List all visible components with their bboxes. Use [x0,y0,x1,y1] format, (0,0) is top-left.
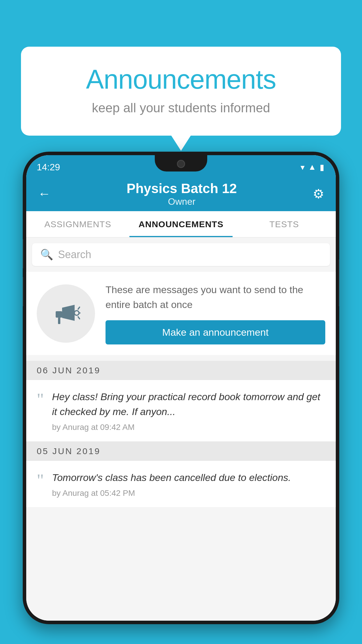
content-area: 🔍 Search [26,237,336,621]
announcement-text-2: Tomorrow's class has been cancelled due … [52,470,326,485]
speech-bubble-section: Announcements keep all your students inf… [21,47,341,136]
header-subtitle: Owner [126,196,237,207]
announcement-content-1: Hey class! Bring your practical record b… [52,389,326,432]
phone-screen: 14:29 ▾ ▲ ▮ ← Physics Batch 12 Owner ⚙ [26,155,336,621]
header-title: Physics Batch 12 [126,181,237,196]
signal-icon: ▲ [308,162,316,172]
front-camera [177,160,185,168]
search-bar[interactable]: 🔍 Search [32,243,330,266]
tab-bar: ASSIGNMENTS ANNOUNCEMENTS TESTS [26,211,336,237]
svg-marker-1 [62,305,75,321]
header-title-group: Physics Batch 12 Owner [126,181,237,207]
status-icons: ▾ ▲ ▮ [301,162,324,172]
phone-frame: 14:29 ▾ ▲ ▮ ← Physics Batch 12 Owner ⚙ [23,152,339,624]
search-icon: 🔍 [40,249,53,261]
speech-bubble-card: Announcements keep all your students inf… [21,47,341,136]
svg-point-2 [74,311,79,315]
announcement-icon-circle [37,284,95,343]
wifi-icon: ▾ [301,162,305,172]
svg-line-3 [78,307,80,309]
quote-icon-2: " [37,471,44,489]
status-time: 14:29 [37,162,60,173]
intro-right: These are messages you want to send to t… [106,282,325,344]
intro-card: These are messages you want to send to t… [26,272,336,355]
date-divider-2: 05 JUN 2019 [26,442,336,461]
announcement-item-2[interactable]: " Tomorrow's class has been cancelled du… [26,461,336,508]
announcement-content-2: Tomorrow's class has been cancelled due … [52,470,326,498]
volume-down-button[interactable] [23,277,23,306]
announcement-meta-1: by Anurag at 09:42 AM [52,423,326,432]
tab-tests[interactable]: TESTS [233,211,336,237]
megaphone-icon [51,299,80,328]
app-header: ← Physics Batch 12 Owner ⚙ [26,176,336,211]
announcement-text-1: Hey class! Bring your practical record b… [52,389,326,419]
power-button[interactable] [339,260,339,306]
settings-icon[interactable]: ⚙ [313,186,324,201]
phone-notch [155,155,207,172]
volume-up-button[interactable] [23,239,23,268]
bubble-subtitle: keep all your students informed [44,101,318,115]
back-button[interactable]: ← [38,186,51,201]
phone-mockup: 14:29 ▾ ▲ ▮ ← Physics Batch 12 Owner ⚙ [23,152,339,644]
bubble-title: Announcements [44,64,318,95]
battery-icon: ▮ [320,162,324,172]
date-divider-1: 06 JUN 2019 [26,361,336,380]
tab-announcements[interactable]: ANNOUNCEMENTS [129,211,233,237]
tab-assignments[interactable]: ASSIGNMENTS [26,211,129,237]
make-announcement-button[interactable]: Make an announcement [106,320,325,344]
quote-icon-1: " [37,391,44,408]
announcement-item-1[interactable]: " Hey class! Bring your practical record… [26,380,336,442]
search-input[interactable]: Search [58,249,91,261]
announcement-meta-2: by Anurag at 05:42 PM [52,489,326,498]
svg-line-5 [78,317,80,319]
intro-description: These are messages you want to send to t… [106,282,325,312]
svg-rect-6 [58,318,60,324]
svg-rect-0 [56,311,62,318]
